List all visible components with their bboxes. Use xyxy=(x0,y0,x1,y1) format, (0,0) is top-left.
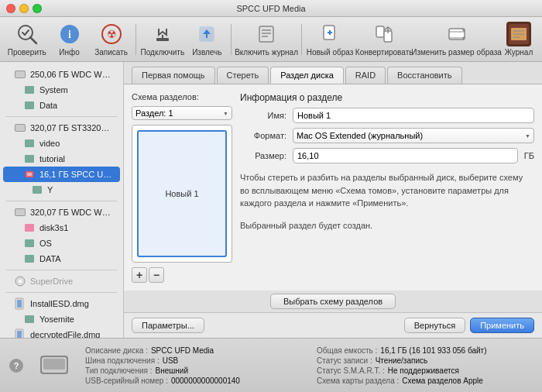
window-controls xyxy=(6,4,42,13)
y-partition-icon xyxy=(31,184,43,196)
svg-rect-8 xyxy=(156,38,169,41)
tool-resize-label: Изменить размер образа xyxy=(411,48,502,57)
status-smart-row: Статус S.M.A.R.T. : Не поддерживается xyxy=(317,366,533,375)
sidebar-item-data[interactable]: Data xyxy=(3,98,120,113)
partition-box: Новый 1 xyxy=(132,125,232,263)
sidebar-item-os[interactable]: OS xyxy=(3,236,120,251)
partition-panel: Схема разделов: Раздел: 1 Новый 1 + − xyxy=(132,92,232,283)
status-write-label: Статус записи : xyxy=(317,356,372,365)
sidebar-item-spcc[interactable]: 16,1 ГБ SPCC UFD Media xyxy=(3,167,120,182)
connect-icon xyxy=(150,22,175,46)
tool-connect[interactable]: Подключить xyxy=(139,19,185,59)
svg-rect-38 xyxy=(27,173,32,176)
svg-rect-31 xyxy=(25,86,34,94)
svg-rect-13 xyxy=(259,26,273,42)
tool-extract[interactable]: Извлечь xyxy=(187,19,227,59)
tool-burn[interactable]: ☢ Записать xyxy=(91,19,132,59)
sidebar-item-disk3[interactable]: 320,07 ГБ WDC WD32 О... xyxy=(3,205,120,220)
close-button[interactable] xyxy=(6,4,15,13)
tab-raid[interactable]: RAID xyxy=(345,67,386,84)
remove-partition-button[interactable]: − xyxy=(149,267,164,283)
tab-first-aid[interactable]: Первая помощь xyxy=(132,67,215,84)
svg-rect-42 xyxy=(25,224,34,232)
system-partition-icon xyxy=(23,84,36,96)
tab-restore[interactable]: Восстановить xyxy=(387,67,461,84)
tool-journal[interactable]: Журнал xyxy=(502,19,536,59)
sidebar-item-installesd[interactable]: InstallESD.dmg xyxy=(3,296,120,311)
help-button[interactable]: ? xyxy=(9,359,23,373)
partition-segment[interactable]: Новый 1 xyxy=(137,130,227,257)
installesd-icon xyxy=(14,297,26,310)
status-disk-icon xyxy=(39,352,70,380)
partition-select[interactable]: Раздел: 1 xyxy=(132,106,232,120)
svg-rect-36 xyxy=(25,155,34,163)
tab-partition[interactable]: Раздел диска xyxy=(270,67,344,84)
add-partition-button[interactable]: + xyxy=(132,267,147,283)
sidebar-item-data-label: Data xyxy=(39,101,57,110)
tool-convert-label: Конвертировать xyxy=(355,48,413,57)
tool-log[interactable]: Включить журнал xyxy=(235,19,297,59)
sidebar-item-disk2[interactable]: 320,07 ГБ ST3320620A... xyxy=(3,120,120,136)
sidebar-item-datapart[interactable]: DATA xyxy=(3,251,120,266)
content-area: Первая помощь Стереть Раздел диска RAID … xyxy=(124,62,542,338)
sidebar-item-decrypted-label: decryptedFile.dmg xyxy=(30,330,101,338)
size-input[interactable] xyxy=(293,148,518,163)
sidebar-item-superdrive[interactable]: SuperDrive xyxy=(3,273,120,289)
svg-text:i: i xyxy=(68,29,71,40)
sidebar-item-yosemite[interactable]: Yosemite xyxy=(3,311,120,327)
format-row: Формат: Mac OS Extended (журнальный) Mac… xyxy=(240,128,534,143)
sidebar-item-decrypted[interactable]: decryptedFile.dmg xyxy=(3,327,120,338)
svg-rect-41 xyxy=(15,209,25,215)
svg-rect-34 xyxy=(15,125,25,131)
maximize-button[interactable] xyxy=(33,4,42,13)
status-connection-label: Тип подключения : xyxy=(85,366,153,375)
tab-erase[interactable]: Стереть xyxy=(217,67,269,84)
status-bar: ? Описание диска : SPCC UFD Media Шина п… xyxy=(0,338,542,392)
svg-rect-30 xyxy=(15,71,25,77)
format-select-wrap: Mac OS Extended (журнальный) Mac OS Exte… xyxy=(293,128,534,143)
revert-button[interactable]: Вернуться xyxy=(404,318,465,333)
main-layout: 250,06 ГБ WDC WD250... System Data 320,0… xyxy=(0,62,542,338)
status-smart-value: Не поддерживается xyxy=(388,366,459,375)
status-partmap-row: Схема карты раздела : Схема разделов App… xyxy=(317,377,533,385)
tutorial-partition-icon xyxy=(23,153,36,165)
os-partition-icon xyxy=(23,237,36,249)
status-capacity-row: Общая емкость : 16,1 ГБ (16 101 933 056 … xyxy=(317,346,533,355)
tool-resize[interactable]: Изменить размер образа xyxy=(414,19,499,59)
sidebar-item-disk1[interactable]: 250,06 ГБ WDC WD250... xyxy=(3,67,120,82)
svg-line-1 xyxy=(30,37,36,43)
status-bus-value: USB xyxy=(163,356,179,365)
sidebar-item-tutorial-label: tutorial xyxy=(39,154,65,163)
sidebar-item-disk3s1[interactable]: disk3s1 xyxy=(3,220,120,236)
verify-icon xyxy=(15,22,39,46)
new-image-icon xyxy=(317,22,342,46)
sidebar-item-tutorial[interactable]: tutorial xyxy=(3,151,120,167)
minimize-button[interactable] xyxy=(19,4,29,13)
size-row: Размер: ГБ xyxy=(240,148,534,163)
svg-line-3 xyxy=(25,30,29,35)
tool-verify-label: Проверить xyxy=(8,48,46,57)
sidebar-item-system[interactable]: System xyxy=(3,82,120,98)
tool-burn-label: Записать xyxy=(94,48,128,57)
status-smart-label: Статус S.M.A.R.T. : xyxy=(317,366,385,375)
scheme-label: Схема разделов: xyxy=(132,92,232,101)
tool-info[interactable]: i Инфо xyxy=(50,19,90,59)
scheme-button[interactable]: Выбрать схему разделов xyxy=(270,294,396,309)
apply-button[interactable]: Применить xyxy=(470,318,534,333)
size-unit: ГБ xyxy=(524,151,534,160)
panel-buttons: Параметры... Вернуться Применить xyxy=(124,312,542,338)
tool-new-image[interactable]: Новый образ xyxy=(306,19,354,59)
sidebar-item-yosemite-label: Yosemite xyxy=(39,315,74,324)
tool-verify[interactable]: Проверить xyxy=(6,19,48,59)
svg-rect-35 xyxy=(25,139,34,147)
format-select[interactable]: Mac OS Extended (журнальный) Mac OS Exte… xyxy=(293,128,534,143)
status-right-col: Общая емкость : 16,1 ГБ (16 101 933 056 … xyxy=(317,346,533,385)
tool-info-label: Инфо xyxy=(59,48,80,57)
sidebar-item-video[interactable]: video xyxy=(3,136,120,151)
info-description: Чтобы стереть и разбить на разделы выбра… xyxy=(240,171,534,210)
sidebar-item-y[interactable]: Y xyxy=(3,182,120,198)
toolbar-separator-3 xyxy=(301,24,302,55)
tool-convert[interactable]: Конвертировать xyxy=(355,19,413,59)
params-button[interactable]: Параметры... xyxy=(132,318,204,333)
name-input[interactable] xyxy=(293,108,534,123)
